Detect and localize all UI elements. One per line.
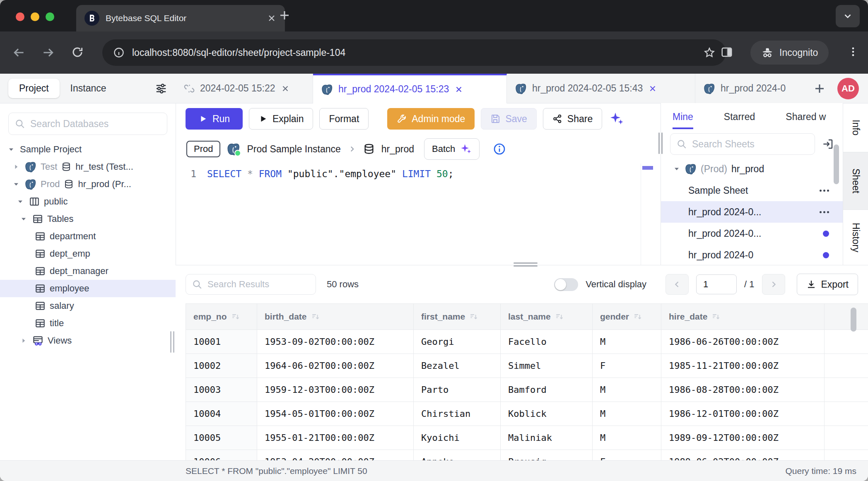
tree-item-table-department[interactable]: department [0, 228, 176, 245]
column-header-birth-date[interactable]: birth_date [257, 303, 413, 330]
caret-down-icon[interactable] [12, 180, 20, 188]
tab-sheet[interactable]: Sheet [843, 152, 868, 210]
table-row[interactable]: 100031959-12-03T00:00:00ZPartoBamfordM19… [186, 378, 868, 402]
tree-item-hr-test[interactable]: Test hr_test (Test... [0, 158, 176, 176]
sheet-item-4[interactable]: hr_prod 2024-0 [661, 244, 843, 265]
tab-shared[interactable]: Shared w [786, 111, 826, 127]
run-button[interactable]: Run [186, 108, 243, 130]
bookmark-star-icon[interactable] [704, 47, 715, 58]
database-name[interactable]: hr_prod [381, 144, 414, 155]
sort-icon[interactable] [633, 312, 642, 321]
tree-item-table-employee[interactable]: employee [0, 280, 176, 297]
caret-down-icon[interactable] [7, 145, 15, 154]
table-row[interactable]: 100011953-09-02T00:00:00ZGeorgiFacelloM1… [186, 330, 868, 354]
batch-button[interactable]: Batch [424, 138, 480, 160]
admin-mode-button[interactable]: Admin mode [387, 108, 475, 130]
tree-item-schema-public[interactable]: public [0, 193, 176, 210]
results-search-box[interactable] [186, 274, 316, 295]
sheet-group-hr-prod[interactable]: (Prod) hr_prod [661, 158, 843, 180]
tree-item-project[interactable]: Sample Project [0, 141, 176, 158]
back-icon[interactable] [12, 46, 26, 59]
tab-mine[interactable]: Mine [673, 111, 693, 129]
sidebar-resize-handle[interactable] [170, 331, 174, 353]
sheet-item-3[interactable]: hr_prod 2024-0... [661, 223, 843, 244]
next-page-button[interactable] [762, 274, 785, 295]
side-panel-icon[interactable] [721, 46, 733, 58]
sheet-search-box[interactable] [670, 133, 815, 155]
browser-tab[interactable]: Bytebase SQL Editor [76, 5, 285, 31]
info-icon[interactable] [493, 142, 506, 156]
sort-icon[interactable] [311, 312, 320, 321]
column-header-first-name[interactable]: first_name [413, 303, 500, 330]
database-search-input[interactable] [29, 118, 161, 130]
close-window-button[interactable] [16, 12, 24, 21]
save-button[interactable]: Save [481, 108, 536, 130]
table-row-clipped[interactable]: 100061953-04-20T00:00:00ZAnnekePreusigF1… [186, 450, 868, 461]
close-tab-icon[interactable] [281, 84, 290, 93]
sheet-search-input[interactable] [691, 138, 809, 150]
tab-starred[interactable]: Starred [724, 111, 755, 127]
tree-item-hr-prod[interactable]: Prod hr_prod (Pr... [0, 176, 176, 193]
column-header-last-name[interactable]: last_name [500, 303, 592, 330]
minimize-window-button[interactable] [31, 12, 39, 21]
caret-down-icon[interactable] [19, 215, 28, 223]
table-row[interactable]: 100021964-06-02T00:00:00ZBezalelSimmelF1… [186, 354, 868, 378]
sort-icon[interactable] [555, 312, 564, 321]
tab-info[interactable]: Info [843, 103, 868, 152]
column-header-hire-date[interactable]: hire_date [661, 303, 824, 330]
close-tab-icon[interactable] [267, 13, 277, 23]
tab-project[interactable]: Project [8, 79, 60, 98]
sort-icon[interactable] [469, 312, 478, 321]
more-menu-icon[interactable] [820, 190, 829, 192]
sheet-item-sample[interactable]: Sample Sheet [661, 180, 843, 201]
table-row[interactable]: 100051955-01-21T00:00:00ZKyoichiMaliniak… [186, 426, 868, 450]
tab-history[interactable]: History [843, 210, 868, 265]
address-bar[interactable]: localhost:8080/sql-editor/sheet/project-… [102, 39, 726, 66]
more-menu-icon[interactable] [820, 211, 829, 213]
tree-item-views-group[interactable]: Views [0, 332, 176, 349]
vertical-display-toggle[interactable] [554, 278, 578, 291]
tree-item-table-salary[interactable]: salary [0, 297, 176, 315]
instance-name[interactable]: Prod Sample Instance [247, 144, 340, 155]
maximize-window-button[interactable] [46, 12, 54, 21]
export-button[interactable]: Export [797, 274, 858, 295]
page-number-input[interactable] [696, 274, 737, 294]
ai-sparkles-icon[interactable] [609, 111, 624, 126]
reload-icon[interactable] [71, 46, 84, 58]
site-info-icon[interactable] [113, 47, 125, 58]
prev-page-button[interactable] [665, 274, 689, 295]
editor-tab-4[interactable]: hr_prod 2024-0 [695, 74, 804, 103]
editor-tab-1[interactable]: 2024-02-05 15:22 [176, 74, 313, 103]
sort-icon[interactable] [711, 312, 721, 321]
close-tab-icon[interactable] [648, 84, 657, 93]
forward-icon[interactable] [41, 46, 55, 59]
filter-icon[interactable] [155, 82, 167, 95]
editor-tab-2-active[interactable]: hr_prod 2024-02-05 15:23 [313, 74, 507, 103]
database-search-box[interactable] [8, 113, 167, 135]
column-header-gender[interactable]: gender [592, 303, 661, 330]
tab-search-button[interactable] [836, 5, 860, 27]
caret-down-icon[interactable] [16, 197, 24, 206]
results-resize-handle[interactable] [514, 262, 538, 267]
browser-menu-icon[interactable] [847, 46, 859, 58]
new-tab-icon[interactable] [278, 9, 291, 22]
close-tab-icon[interactable] [454, 85, 463, 94]
tree-item-table-dept-emp[interactable]: dept_emp [0, 245, 176, 262]
editor-scroll-gutter[interactable] [641, 164, 661, 265]
tree-item-table-title[interactable]: title [0, 315, 176, 332]
user-avatar[interactable]: AD [837, 78, 859, 99]
collapse-panel-icon[interactable] [822, 138, 834, 150]
sort-icon[interactable] [231, 312, 240, 321]
environment-badge[interactable]: Prod [186, 141, 220, 157]
sheet-list-scrollbar[interactable] [834, 144, 839, 184]
share-button[interactable]: Share [543, 108, 602, 130]
tree-item-tables-group[interactable]: Tables [0, 210, 176, 228]
caret-right-icon[interactable] [12, 163, 20, 171]
column-header-emp-no[interactable]: emp_no [186, 303, 257, 330]
sheet-item-selected[interactable]: hr_prod 2024-0... [661, 201, 843, 223]
tab-instance[interactable]: Instance [60, 79, 117, 98]
caret-right-icon[interactable] [19, 337, 28, 345]
table-row[interactable]: 100041954-05-01T00:00:00ZChirstianKoblic… [186, 402, 868, 426]
editor-tab-3[interactable]: hr_prod 2024-02-05 15:43 [507, 74, 695, 103]
new-sheet-icon[interactable] [813, 82, 826, 95]
